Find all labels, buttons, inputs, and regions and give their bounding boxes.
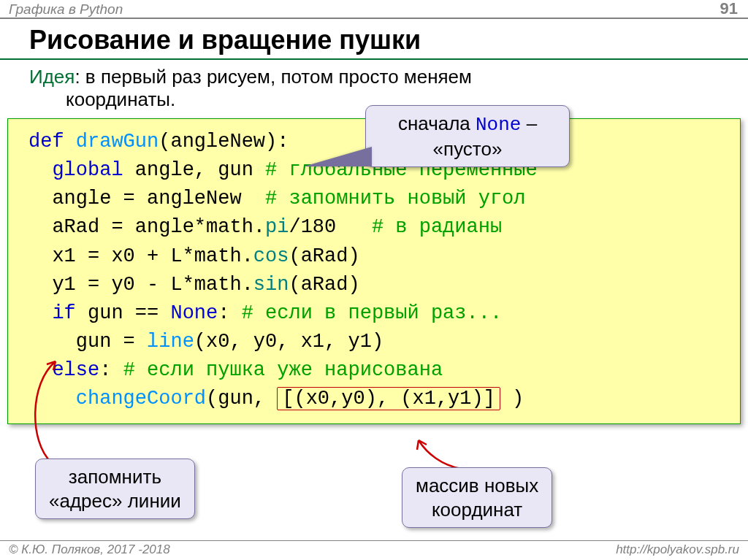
code-text: (gun, — [206, 388, 277, 410]
math-cos: cos — [253, 245, 289, 267]
code-text: gun = — [28, 331, 147, 353]
code-comment: # в радианы — [372, 216, 502, 238]
callout-none: сначала None – «пусто» — [365, 105, 570, 167]
idea-label: Идея — [29, 66, 75, 88]
func-name: drawGun — [64, 131, 159, 153]
code-text: aRad = angle*math. — [28, 216, 265, 238]
kw-def: def — [28, 131, 64, 153]
code-text: /180 — [289, 216, 371, 238]
footer-url: http://kpolyakov.spb.ru — [616, 542, 739, 557]
kw-none: None — [170, 302, 218, 324]
callout-text: запомнить — [69, 466, 161, 488]
course-name: Графика в Python — [9, 1, 123, 18]
code-text: : — [99, 359, 123, 381]
page-number: 91 — [720, 0, 738, 18]
code-comment: # если в первый раз... — [242, 302, 502, 324]
callout-mono: None — [476, 114, 521, 136]
slide-footer: © К.Ю. Поляков, 2017 -2018 http://kpolya… — [0, 540, 748, 560]
code-text: ) — [500, 388, 524, 410]
callout-text: сначала — [398, 112, 476, 134]
kw-global: global — [28, 159, 123, 181]
callout-text: массив новых — [416, 475, 538, 496]
code-text: (aRad) — [289, 245, 359, 267]
code-comment: # если пушка уже нарисована — [123, 359, 443, 381]
copyright: © К.Ю. Поляков, 2017 -2018 — [9, 542, 170, 557]
callout-address: запомнить «адрес» линии — [35, 459, 195, 519]
callout-text: координат — [432, 499, 522, 521]
code-text: angle = angleNew — [28, 188, 265, 210]
func-line: line — [147, 331, 194, 353]
slide-title: Рисование и вращение пушки — [0, 19, 748, 60]
code-text: y1 = y0 - L*math. — [28, 274, 253, 296]
code-comment: # запомнить новый угол — [265, 188, 525, 210]
code-text: (aRad) — [289, 274, 359, 296]
slide-header: Графика в Python 91 — [0, 0, 748, 19]
code-text: angle, gun — [123, 159, 265, 181]
callout-text: «пусто» — [433, 138, 503, 160]
callout-text: «адрес» линии — [49, 490, 181, 512]
code-text: : — [218, 302, 241, 324]
callout-tail-icon — [306, 148, 372, 166]
idea-line1: : в первый раз рисуем, потом просто меня… — [75, 66, 472, 88]
code-text: x1 = x0 + L*math. — [28, 245, 253, 267]
callout-array: массив новых координат — [402, 467, 552, 528]
code-text: (angleNew): — [159, 131, 289, 153]
math-pi: pi — [265, 216, 289, 238]
callout-text: – — [521, 112, 537, 134]
code-text: gun == — [76, 302, 171, 324]
code-text: (x0, y0, x1, y1) — [194, 331, 383, 353]
coord-array-box: [(x0,y0), (x1,y1)] — [277, 387, 500, 410]
func-changecoord: changeCoord — [76, 388, 206, 410]
kw-if: if — [28, 302, 76, 324]
math-sin: sin — [253, 274, 289, 296]
